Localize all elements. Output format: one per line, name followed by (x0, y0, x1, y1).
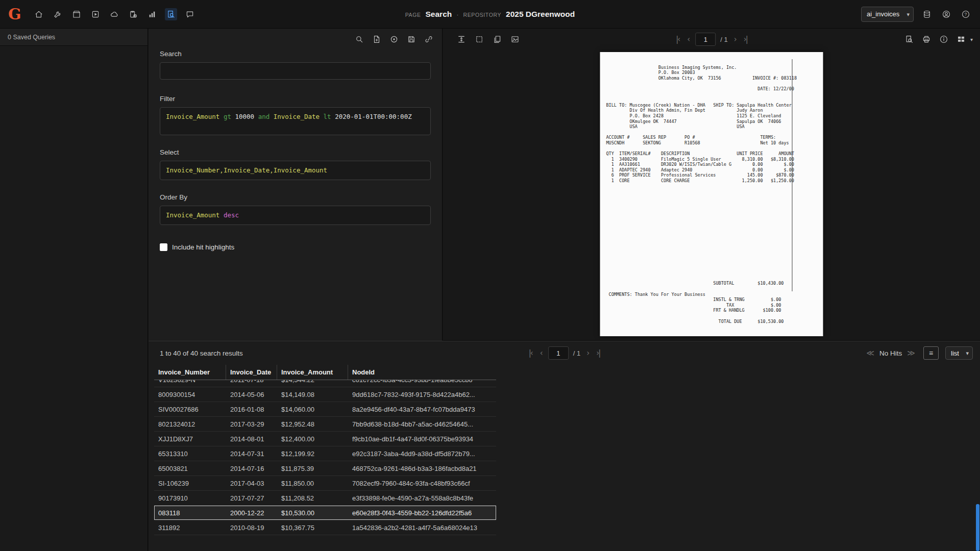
filter-input[interactable]: Invoice_Amount gt 10000 and Invoice_Date… (160, 107, 431, 135)
table-row[interactable]: 65313310 2014-07-31 $12,199.92 e92c3187-… (154, 446, 496, 461)
jobs-icon[interactable] (127, 8, 139, 20)
cell-invoice-number: 8021324012 (154, 420, 226, 428)
chevron-down-icon[interactable]: ▾ (970, 37, 973, 42)
cell-invoice-amount: $12,952.48 (277, 420, 348, 428)
column-header-invoice-number[interactable]: Invoice_Number (154, 365, 226, 380)
include-hits-checkbox[interactable] (160, 243, 167, 251)
thumbnails-icon[interactable] (955, 33, 967, 45)
last-page-button[interactable]: ›| (742, 34, 749, 45)
cell-invoice-date: 2017-07-27 (226, 494, 277, 502)
create-batch-icon[interactable] (371, 33, 383, 45)
cell-invoice-date: 2011-07-18 (226, 380, 277, 384)
execute-search-icon[interactable] (353, 33, 365, 45)
table-row[interactable]: 083118 2000-12-22 $10,530.00 e60e28f3-0f… (154, 506, 496, 520)
search-input[interactable] (160, 62, 431, 80)
results-rows-viewport: V1623629-N 2011-07-18 $14,544.22 c61c72c… (154, 380, 496, 551)
cell-node-id: 8a2e9456-df40-43a7-8b47-fc07bdda9473 (348, 406, 496, 413)
next-page-button[interactable]: › (732, 34, 738, 45)
cell-invoice-date: 2017-04-03 (226, 480, 277, 487)
fit-height-icon[interactable] (455, 33, 468, 45)
cell-invoice-amount: $12,400.00 (277, 435, 348, 443)
vertical-scrollbar-thumb[interactable] (976, 504, 979, 551)
select-input[interactable]: Invoice_Number,Invoice_Date,Invoice_Amou… (160, 161, 431, 180)
table-row[interactable]: 8021324012 2017-03-29 $12,952.48 7bb9d63… (154, 417, 496, 432)
repository-select[interactable]: ai_invoices (861, 7, 914, 22)
cell-invoice-amount: $11,850.00 (277, 480, 348, 487)
table-row[interactable]: 65003821 2014-07-16 $11,875.39 468752ca-… (154, 461, 496, 476)
stats-icon[interactable] (146, 8, 158, 20)
app-logo[interactable]: G (8, 7, 21, 22)
help-icon[interactable]: ? (960, 8, 972, 20)
chat-icon[interactable] (184, 8, 196, 20)
pages-icon[interactable] (491, 33, 503, 45)
document-page[interactable]: Business Imaging Systems, Inc. P.O. Box … (600, 52, 823, 336)
menu-icon[interactable]: ≡ (923, 346, 939, 360)
column-header-node-id[interactable]: NodeId (348, 365, 496, 380)
cell-invoice-number: 311892 (154, 524, 226, 532)
next-hit-button[interactable]: ≫ (905, 347, 917, 359)
results-header-right: ≪ No Hits ≫ ≡ list ▾ (865, 346, 973, 360)
doc-zoom-icon[interactable] (903, 33, 915, 45)
first-page-button[interactable]: |‹ (674, 34, 681, 45)
query-panel: Search Filter Invoice_Amount gt 10000 an… (149, 29, 443, 341)
main-nav (33, 8, 196, 20)
cell-node-id: f9cb10ae-db1f-4a47-8d0f-06375be93934 (348, 435, 496, 443)
repository-name: 2025 DGreenwood (506, 10, 575, 19)
query-toolbar (149, 29, 442, 50)
prev-page-button[interactable]: ‹ (538, 347, 544, 359)
print-icon[interactable] (920, 33, 933, 45)
scan-artifact-line (792, 59, 792, 291)
database-icon[interactable] (921, 8, 933, 20)
prev-hit-button[interactable]: ≪ (865, 347, 876, 359)
query-form: Search Filter Invoice_Amount gt 10000 an… (149, 50, 442, 251)
page-count-label: / 1 (573, 349, 580, 357)
top-bar: G PAGE Search · REPOSITORY 2025 DGreenwo… (0, 0, 980, 29)
filter-label: Filter (160, 95, 431, 103)
include-hits-row: Include hit highlights (160, 243, 431, 251)
page-number-input[interactable]: 1 (548, 346, 569, 360)
table-row[interactable]: SI-106239 2017-04-03 $11,850.00 7082ecf9… (154, 476, 496, 491)
copy-link-icon[interactable] (423, 33, 435, 45)
next-page-button[interactable]: › (585, 347, 590, 359)
select-region-icon[interactable] (473, 33, 485, 45)
process-icon[interactable] (388, 33, 400, 45)
table-row[interactable]: 311892 2010-08-19 $10,367.75 1a542836-a2… (154, 520, 496, 535)
batches-icon[interactable] (70, 8, 83, 20)
svg-text:?: ? (965, 12, 967, 17)
home-icon[interactable] (33, 8, 45, 20)
topbar-right-controls: ai_invoices ▾ ? (861, 7, 972, 22)
cell-node-id: 1a542836-a2b2-4281-a4f7-5a6a68024e13 (348, 524, 496, 532)
viewer-pager: |‹ ‹ 1 / 1 › ›| (674, 33, 749, 46)
column-header-invoice-date[interactable]: Invoice_Date (226, 365, 277, 380)
table-row[interactable]: V1623629-N 2011-07-18 $14,544.22 c61c72c… (154, 380, 496, 387)
cell-invoice-amount: $14,149.08 (277, 391, 348, 398)
table-row[interactable]: 90173910 2017-07-27 $11,208.52 e3f33898-… (154, 491, 496, 506)
cell-invoice-number: 8009300154 (154, 391, 226, 398)
publish-icon[interactable] (108, 8, 120, 20)
page-number-input[interactable]: 1 (695, 33, 716, 46)
cell-invoice-amount: $12,199.92 (277, 450, 348, 458)
tools-icon[interactable] (52, 8, 64, 20)
save-query-icon[interactable] (405, 33, 418, 45)
cell-invoice-amount: $11,208.52 (277, 494, 348, 502)
cell-invoice-number: V1623629-N (154, 380, 226, 384)
orderby-input[interactable]: Invoice_Amount desc (160, 206, 431, 225)
cell-invoice-date: 2014-07-31 (226, 450, 277, 458)
last-page-button[interactable]: ›| (595, 347, 601, 359)
image-icon[interactable] (509, 33, 521, 45)
first-page-button[interactable]: |‹ (527, 347, 534, 359)
table-row[interactable]: SIV00027686 2016-01-08 $14,060.00 8a2e94… (154, 402, 496, 417)
repository-select-wrap: ai_invoices ▾ (861, 7, 914, 22)
view-mode-select[interactable]: list (945, 346, 973, 360)
results-table-header: Invoice_Number Invoice_Date Invoice_Amou… (154, 365, 496, 380)
column-header-invoice-amount[interactable]: Invoice_Amount (277, 365, 348, 380)
search-page-icon[interactable] (165, 8, 177, 20)
info-icon[interactable] (938, 33, 950, 45)
table-row[interactable]: XJJ1D8XJ7 2014-08-01 $12,400.00 f9cb10ae… (154, 432, 496, 446)
review-icon[interactable] (89, 8, 102, 20)
table-row[interactable]: 8009300154 2014-05-06 $14,149.08 9dd618c… (154, 387, 496, 402)
prev-page-button[interactable]: ‹ (685, 34, 691, 45)
hit-navigation: ≪ No Hits ≫ (865, 347, 917, 359)
account-icon[interactable] (940, 8, 952, 20)
cell-invoice-number: 083118 (154, 509, 226, 517)
